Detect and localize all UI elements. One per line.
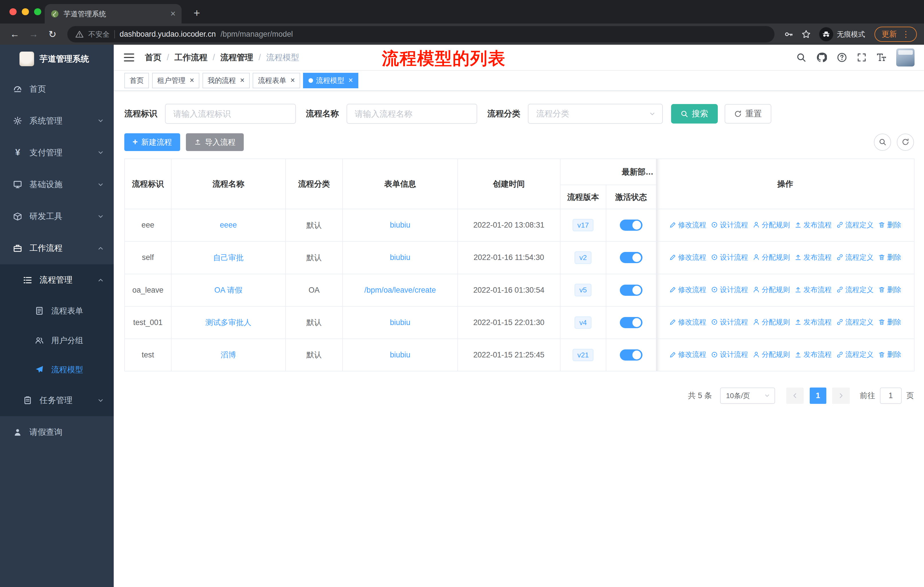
active-toggle[interactable] [620,317,642,328]
sidebar-item-payment[interactable]: ¥ 支付管理 [0,137,114,169]
delete-action[interactable]: 删除 [878,317,901,327]
active-toggle[interactable] [620,220,642,231]
edit-action[interactable]: 修改流程 [669,220,706,230]
delete-action[interactable]: 删除 [878,285,901,294]
form-info-link[interactable]: biubiu [390,221,410,229]
address-bar[interactable]: 不安全 dashboard.yudao.iocoder.cn /bpm/mana… [67,26,774,43]
publish-action[interactable]: 发布流程 [795,253,832,262]
publish-action[interactable]: 发布流程 [795,350,832,359]
sidebar-item-infrastructure[interactable]: 基础设施 [0,169,114,200]
sidebar-item-devtools[interactable]: 研发工具 [0,200,114,232]
refresh-table-button[interactable] [897,134,914,151]
design-action[interactable]: 设计流程 [711,220,748,230]
process-name-link[interactable]: 滔博 [221,351,236,359]
edit-action[interactable]: 修改流程 [669,317,706,327]
reset-button[interactable]: 重置 [724,104,771,124]
close-icon[interactable]: × [348,76,353,84]
search-button[interactable]: 搜索 [671,104,718,124]
definition-action[interactable]: 流程定义 [837,350,874,359]
close-icon[interactable]: × [290,76,295,84]
definition-action[interactable]: 流程定义 [837,253,874,262]
form-info-link[interactable]: biubiu [390,351,410,359]
definition-action[interactable]: 流程定义 [837,220,874,230]
github-icon[interactable] [816,52,827,63]
collapse-sidebar-icon[interactable] [121,50,137,65]
definition-action[interactable]: 流程定义 [837,285,874,294]
breadcrumb-workflow[interactable]: 工作流程 [175,52,207,63]
search-icon[interactable] [796,53,806,63]
user-avatar[interactable] [896,48,914,67]
design-action[interactable]: 设计流程 [711,285,748,294]
assign-action[interactable]: 分配规则 [753,253,790,262]
sidebar-item-leave-query[interactable]: 请假查询 [0,416,114,448]
close-icon[interactable]: × [240,76,244,84]
bookmark-star-icon[interactable] [799,27,813,41]
breadcrumb-process-management[interactable]: 流程管理 [220,52,253,63]
browser-menu-icon[interactable]: ⋮ [902,29,910,39]
page-number-button[interactable]: 1 [810,387,826,404]
active-toggle[interactable] [620,252,642,263]
forward-button[interactable]: → [26,26,41,42]
edit-action[interactable]: 修改流程 [669,285,706,294]
sidebar-item-process-management[interactable]: 流程管理 [0,264,114,296]
form-info-link[interactable]: biubiu [390,253,410,262]
process-category-select[interactable]: 流程分类 [528,104,663,124]
help-icon[interactable] [837,53,847,63]
sidebar-item-home[interactable]: 首页 [0,73,114,105]
browser-tab[interactable]: 芋道管理系统 × [45,4,181,23]
design-action[interactable]: 设计流程 [711,350,748,359]
delete-action[interactable]: 删除 [878,350,901,359]
toggle-search-button[interactable] [874,134,891,151]
reload-button[interactable]: ↻ [45,26,60,42]
zoom-window-button[interactable] [34,8,41,15]
update-button[interactable]: 更新 ⋮ [874,26,917,42]
sidebar-item-process-form[interactable]: 流程表单 [0,296,114,326]
tag-my-process[interactable]: 我的流程 × [203,73,250,88]
process-name-link[interactable]: 自己审批 [213,253,244,262]
breadcrumb-home[interactable]: 首页 [145,52,162,63]
assign-action[interactable]: 分配规则 [753,285,790,294]
assign-action[interactable]: 分配规则 [753,317,790,327]
design-action[interactable]: 设计流程 [711,253,748,262]
close-tab-icon[interactable]: × [170,10,176,18]
sidebar-item-process-model[interactable]: 流程模型 [0,355,114,384]
minimize-window-button[interactable] [22,8,29,15]
new-tab-button[interactable]: + [190,6,204,20]
close-icon[interactable]: × [190,76,194,84]
sidebar-item-workflow[interactable]: 工作流程 [0,232,114,264]
active-toggle[interactable] [620,349,642,360]
next-page-button[interactable] [832,387,850,404]
back-button[interactable]: ← [7,26,22,42]
active-toggle[interactable] [620,284,642,296]
definition-action[interactable]: 流程定义 [837,317,874,327]
fullscreen-icon[interactable] [857,53,866,62]
sidebar-item-user-group[interactable]: 用户分组 [0,326,114,355]
assign-action[interactable]: 分配规则 [753,220,790,230]
delete-action[interactable]: 删除 [878,253,901,262]
process-name-link[interactable]: 测试多审批人 [205,318,251,327]
close-window-button[interactable] [10,8,16,15]
design-action[interactable]: 设计流程 [711,317,748,327]
sidebar-item-task-management[interactable]: 任务管理 [0,384,114,416]
publish-action[interactable]: 发布流程 [795,285,832,294]
form-info-link[interactable]: /bpm/oa/leave/create [364,286,436,294]
prev-page-button[interactable] [786,387,804,404]
assign-action[interactable]: 分配规则 [753,350,790,359]
create-process-button[interactable]: + 新建流程 [124,133,180,151]
process-id-input[interactable] [165,104,296,124]
key-icon[interactable] [781,27,795,41]
tag-process-model[interactable]: 流程模型 × [303,73,358,88]
process-name-link[interactable]: OA 请假 [214,286,242,294]
tag-tenant-management[interactable]: 租户管理 × [152,73,200,88]
tag-process-form[interactable]: 流程表单 × [252,73,300,88]
delete-action[interactable]: 删除 [878,220,901,230]
process-name-input[interactable] [346,104,477,124]
publish-action[interactable]: 发布流程 [795,220,832,230]
page-size-select[interactable]: 10条/页 [720,387,775,404]
goto-page-input[interactable] [880,387,902,404]
import-process-button[interactable]: 导入流程 [186,133,243,151]
publish-action[interactable]: 发布流程 [795,317,832,327]
process-name-link[interactable]: eeee [220,221,237,229]
edit-action[interactable]: 修改流程 [669,253,706,262]
sidebar-item-system[interactable]: 系统管理 [0,105,114,137]
